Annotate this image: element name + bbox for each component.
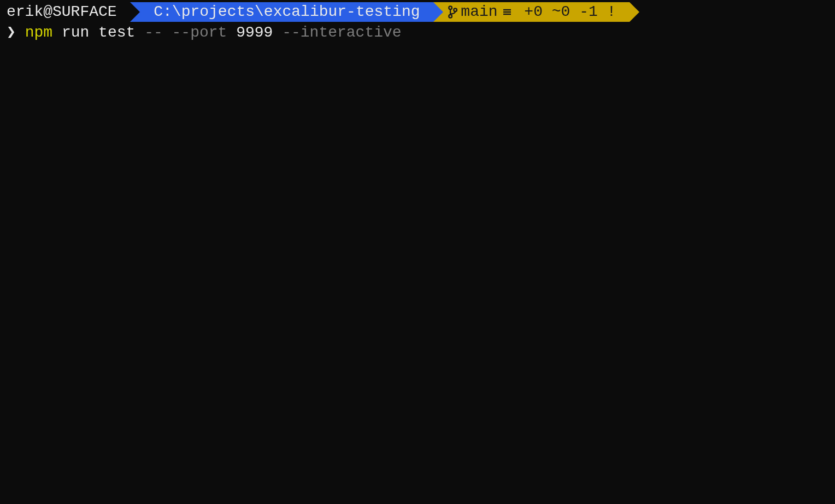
command-flag: --interactive xyxy=(282,23,401,43)
svg-point-1 xyxy=(449,15,452,18)
chevron-right-icon xyxy=(630,2,639,22)
command-separator: -- xyxy=(144,23,172,43)
prompt-path-segment: C:\projects\excalibur-testing xyxy=(130,2,433,22)
command-value: 9999 xyxy=(236,23,282,43)
chevron-right-icon xyxy=(433,2,443,22)
git-sync-equal-icon xyxy=(502,7,512,17)
git-status-counts: +0 ~0 -1 ! xyxy=(515,2,626,22)
git-branch-name: main xyxy=(461,2,497,22)
terminal[interactable]: erik@SURFACE C:\projects\excalibur-testi… xyxy=(0,0,835,504)
prompt-symbol: ❯ xyxy=(7,23,25,43)
command-arg: test xyxy=(98,23,144,43)
command-arg: run xyxy=(62,23,98,43)
command-executable: npm xyxy=(25,23,62,43)
command-flag: --port xyxy=(172,23,237,43)
prompt-path: C:\projects\excalibur-testing xyxy=(144,2,429,22)
chevron-right-icon xyxy=(130,2,140,22)
command-line[interactable]: ❯ npm run test -- --port 9999 --interact… xyxy=(2,22,833,43)
prompt-user-host: erik@SURFACE xyxy=(7,2,126,22)
prompt-line: erik@SURFACE C:\projects\excalibur-testi… xyxy=(2,2,833,22)
prompt-git-segment: main +0 ~0 -1 ! xyxy=(433,2,630,22)
git-branch-icon xyxy=(448,5,457,19)
svg-point-0 xyxy=(449,6,452,9)
svg-point-2 xyxy=(454,8,457,11)
prompt-user-host-segment: erik@SURFACE xyxy=(2,2,130,22)
